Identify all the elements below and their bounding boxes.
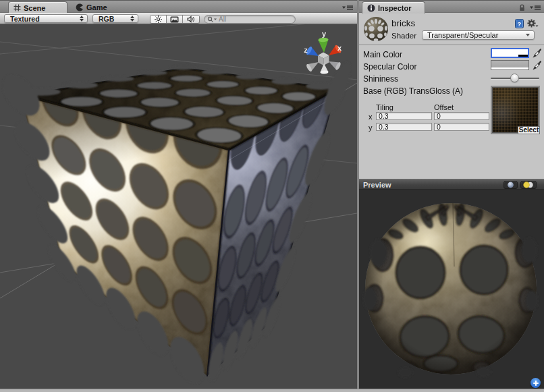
offset-x-field[interactable] — [434, 112, 489, 120]
tab-game-label: Game — [86, 3, 107, 11]
material-name: bricks — [391, 18, 415, 28]
tab-inspector[interactable]: Inspector — [362, 1, 425, 13]
svg-text:?: ? — [518, 20, 522, 28]
preview-title: Preview — [363, 181, 391, 189]
help-icon[interactable]: ? — [515, 19, 524, 28]
scene-pane: Scene Game Textured RGB — [0, 0, 357, 389]
tab-inspector-label: Inspector — [378, 4, 412, 12]
preview-sphere-button[interactable] — [504, 181, 518, 189]
preview-light-button[interactable] — [520, 181, 537, 189]
shader-label: Shader — [391, 32, 416, 40]
main-color-label: Main Color — [363, 50, 402, 59]
tiling-label: Tiling — [376, 103, 393, 111]
specular-color-label: Specular Color — [363, 62, 416, 72]
material-sphere-icon — [363, 16, 389, 42]
offset-label: Offset — [434, 103, 454, 111]
eyedropper-icon[interactable] — [532, 48, 541, 59]
scene-pane-menu-icon[interactable] — [342, 5, 354, 11]
texture-select-button[interactable]: Select — [518, 126, 540, 134]
render-channel-value: RGB — [93, 15, 130, 23]
main-color-alpha-bar — [492, 55, 518, 57]
row-y-label: y — [369, 123, 373, 132]
specular-alpha-bar — [491, 67, 528, 69]
chevron-down-icon — [526, 34, 530, 36]
tab-scene-label: Scene — [24, 4, 45, 12]
audio-toggle-button[interactable] — [183, 16, 199, 23]
specular-color-swatch[interactable] — [491, 60, 529, 70]
gizmo-label-y[interactable]: y — [322, 30, 327, 38]
material-header: bricks Shader Transparent/Specular ? — [359, 13, 544, 45]
inspector-pane-menu-icon[interactable] — [530, 5, 541, 11]
tiling-x-field[interactable] — [376, 112, 432, 120]
draw-mode-value: Textured — [5, 15, 79, 23]
unity-editor-window: Scene Game Textured RGB — [0, 0, 544, 392]
shininess-slider-thumb[interactable] — [510, 74, 519, 82]
light-toggle-icon — [521, 181, 536, 188]
tiling-y-field[interactable] — [376, 123, 432, 131]
inspector-tabbar: Inspector — [359, 0, 544, 13]
add-preview-button[interactable] — [531, 378, 541, 388]
scene-3d-view[interactable]: y x z — [0, 24, 357, 389]
lighting-toggle-button[interactable] — [151, 16, 167, 23]
draw-mode-dropdown[interactable]: Textured — [4, 14, 88, 23]
preview-header[interactable]: Preview — [359, 179, 544, 190]
shader-value: Transparent/Specular — [423, 31, 526, 39]
updown-arrows-icon — [130, 16, 134, 22]
offset-y-field[interactable] — [434, 123, 489, 131]
info-icon — [367, 4, 375, 12]
search-input[interactable] — [219, 16, 286, 23]
speaker-icon — [187, 16, 195, 23]
scene-toggle-group — [150, 15, 200, 24]
main-color-alpha-bar-rest — [518, 55, 528, 57]
scene-grid-icon — [13, 4, 21, 11]
sphere-icon — [504, 181, 517, 188]
gizmo-label-x[interactable]: x — [337, 44, 342, 52]
image-icon — [170, 16, 179, 23]
eyedropper-icon[interactable] — [532, 60, 541, 71]
main-color-swatch[interactable] — [491, 48, 529, 58]
game-icon — [76, 3, 84, 11]
sun-icon — [155, 16, 162, 23]
scene-toolbar: Textured RGB — [0, 13, 357, 24]
updown-arrows-icon — [79, 16, 84, 22]
gear-icon[interactable] — [527, 19, 539, 28]
shininess-label: Shininess — [363, 74, 398, 84]
search-icon[interactable] — [207, 16, 217, 23]
base-texture-label: Base (RGB) TransGloss (A) — [363, 86, 463, 96]
tab-game[interactable]: Game — [76, 1, 107, 13]
scene-viewport[interactable]: y x z — [0, 24, 357, 389]
preview-sphere[interactable] — [365, 202, 537, 374]
scene-search-field — [204, 15, 296, 24]
material-icon — [363, 16, 389, 42]
row-x-label: x — [369, 113, 373, 121]
inspector-pane: Inspector bricks Shader Transparent/Sp — [359, 0, 544, 389]
window-bottom-edge — [0, 389, 544, 392]
tab-scene[interactable]: Scene — [8, 1, 67, 13]
render-channel-dropdown[interactable]: RGB — [92, 14, 138, 23]
shader-dropdown[interactable]: Transparent/Specular — [422, 30, 535, 40]
gizmo-label-z[interactable]: z — [304, 46, 308, 54]
material-preview — [359, 190, 544, 389]
lock-icon[interactable] — [518, 4, 526, 11]
skybox-toggle-button[interactable] — [167, 16, 183, 23]
scene-tabbar: Scene Game — [0, 0, 357, 13]
material-preview-3d[interactable] — [359, 190, 544, 389]
